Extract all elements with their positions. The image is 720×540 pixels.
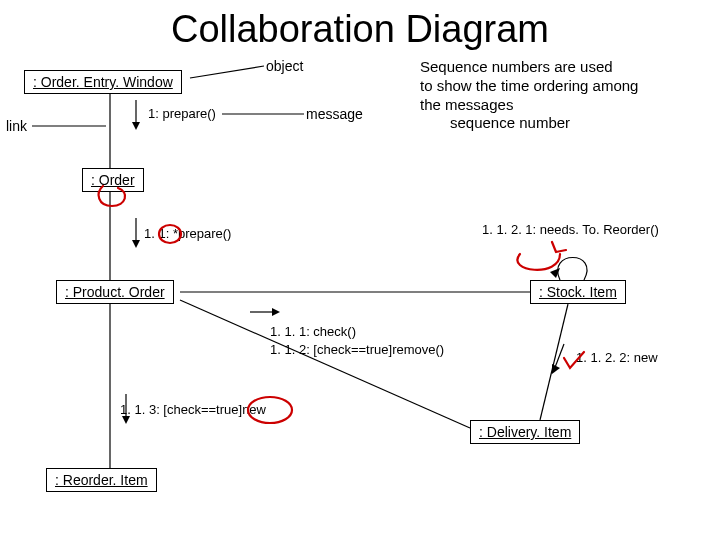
svg-marker-13	[122, 416, 130, 424]
svg-marker-11	[272, 308, 280, 316]
svg-line-4	[180, 300, 470, 428]
svg-line-5	[540, 304, 568, 420]
svg-marker-9	[132, 240, 140, 248]
svg-line-17	[190, 66, 264, 78]
svg-marker-7	[132, 122, 140, 130]
links-layer	[0, 0, 720, 540]
